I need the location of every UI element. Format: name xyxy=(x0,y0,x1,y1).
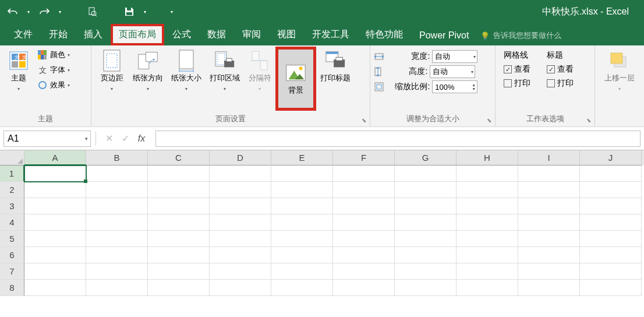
row-header-2[interactable]: 2 xyxy=(0,182,24,198)
row-header-7[interactable]: 7 xyxy=(0,263,24,280)
col-header-E[interactable]: E xyxy=(271,150,333,165)
col-header-J[interactable]: J xyxy=(580,150,642,165)
cell-G1[interactable] xyxy=(395,165,457,182)
row-header-4[interactable]: 4 xyxy=(0,214,24,231)
cell-E8[interactable] xyxy=(271,280,333,296)
tab-insert[interactable]: 插入 xyxy=(76,24,111,45)
cell-I4[interactable] xyxy=(518,214,580,231)
col-header-D[interactable]: D xyxy=(210,150,271,165)
width-select[interactable]: 自动▾ xyxy=(432,50,477,63)
gridlines-view-checkbox[interactable]: ✓查看 xyxy=(504,64,530,75)
cell-H5[interactable] xyxy=(457,231,518,247)
cell-E5[interactable] xyxy=(271,231,333,247)
cell-E6[interactable] xyxy=(271,247,333,263)
cell-G3[interactable] xyxy=(395,198,457,214)
cell-G4[interactable] xyxy=(395,214,457,231)
cell-D4[interactable] xyxy=(210,214,271,231)
cell-C3[interactable] xyxy=(148,198,210,214)
cell-C4[interactable] xyxy=(148,214,210,231)
cell-F6[interactable] xyxy=(333,247,395,263)
tab-file[interactable]: 文件 xyxy=(6,24,41,45)
cell-F1[interactable] xyxy=(333,165,395,182)
cell-B3[interactable] xyxy=(86,198,148,214)
cell-H1[interactable] xyxy=(457,165,518,182)
col-header-B[interactable]: B xyxy=(86,150,148,165)
themes-button[interactable]: 文文 主题▾ xyxy=(3,48,34,96)
margins-button[interactable]: 页边距▾ xyxy=(95,48,129,96)
cell-C5[interactable] xyxy=(148,231,210,247)
name-box[interactable]: A1 ▾ xyxy=(3,131,91,147)
cell-B6[interactable] xyxy=(86,247,148,263)
fonts-button[interactable]: 文 字体▾ xyxy=(35,63,72,77)
cell-D1[interactable] xyxy=(210,165,271,182)
background-button[interactable]: 背景 xyxy=(275,47,316,111)
undo-dropdown[interactable]: ▾ xyxy=(24,9,33,15)
print-titles-button[interactable]: 打印标题 xyxy=(316,48,355,86)
cell-B1[interactable] xyxy=(86,165,148,182)
cell-F3[interactable] xyxy=(333,198,395,214)
orientation-button[interactable]: 纸张方向▾ xyxy=(129,48,167,96)
cell-D3[interactable] xyxy=(210,198,271,214)
cell-F7[interactable] xyxy=(333,263,395,280)
cell-I1[interactable] xyxy=(518,165,580,182)
cell-E3[interactable] xyxy=(271,198,333,214)
formula-input[interactable] xyxy=(155,131,641,147)
cell-E7[interactable] xyxy=(271,263,333,280)
cell-A5[interactable] xyxy=(24,231,86,247)
cell-I7[interactable] xyxy=(518,263,580,280)
cell-J2[interactable] xyxy=(580,182,642,198)
row-header-3[interactable]: 3 xyxy=(0,198,24,214)
effects-button[interactable]: 效果▾ xyxy=(35,78,72,92)
cell-I8[interactable] xyxy=(518,280,580,296)
cell-D6[interactable] xyxy=(210,247,271,263)
cell-C2[interactable] xyxy=(148,182,210,198)
row-header-6[interactable]: 6 xyxy=(0,247,24,263)
cell-A4[interactable] xyxy=(24,214,86,231)
scale-launcher[interactable]: ⬊ xyxy=(486,117,493,124)
cell-A2[interactable] xyxy=(24,182,86,198)
undo-button[interactable] xyxy=(3,3,22,20)
headings-print-checkbox[interactable]: 打印 xyxy=(547,78,574,89)
cell-D5[interactable] xyxy=(210,231,271,247)
save-dropdown[interactable]: ▾ xyxy=(141,9,149,15)
cell-H8[interactable] xyxy=(457,280,518,296)
tab-page-layout[interactable]: 页面布局 xyxy=(111,24,164,45)
cell-G8[interactable] xyxy=(395,280,457,296)
headings-view-checkbox[interactable]: ✓查看 xyxy=(547,64,574,75)
redo-dropdown[interactable]: ▾ xyxy=(56,9,64,15)
col-header-A[interactable]: A xyxy=(24,150,86,165)
gridlines-print-checkbox[interactable]: 打印 xyxy=(504,78,530,89)
cell-G6[interactable] xyxy=(395,247,457,263)
cell-A3[interactable] xyxy=(24,198,86,214)
cell-D2[interactable] xyxy=(210,182,271,198)
row-header-8[interactable]: 8 xyxy=(0,280,24,296)
cell-D8[interactable] xyxy=(210,280,271,296)
col-header-I[interactable]: I xyxy=(518,150,580,165)
row-header-5[interactable]: 5 xyxy=(0,231,24,247)
cell-H7[interactable] xyxy=(457,263,518,280)
cell-I3[interactable] xyxy=(518,198,580,214)
qat-customize[interactable]: ▾ xyxy=(168,9,176,15)
cell-H6[interactable] xyxy=(457,247,518,263)
cell-C7[interactable] xyxy=(148,263,210,280)
tab-formulas[interactable]: 公式 xyxy=(164,24,199,45)
cell-A7[interactable] xyxy=(24,263,86,280)
cell-C6[interactable] xyxy=(148,247,210,263)
cell-F8[interactable] xyxy=(333,280,395,296)
cell-J5[interactable] xyxy=(580,231,642,247)
size-button[interactable]: 纸张大小▾ xyxy=(167,48,206,96)
tab-view[interactable]: 视图 xyxy=(269,24,304,45)
sheet-launcher[interactable]: ⬊ xyxy=(585,117,592,124)
insert-function-button[interactable]: fx xyxy=(133,133,150,144)
cell-I5[interactable] xyxy=(518,231,580,247)
height-select[interactable]: 自动▾ xyxy=(430,65,475,78)
tab-special[interactable]: 特色功能 xyxy=(358,24,411,45)
cell-B7[interactable] xyxy=(86,263,148,280)
tab-developer[interactable]: 开发工具 xyxy=(304,24,358,45)
bring-forward-button[interactable]: 上移一层▾ xyxy=(599,48,641,96)
cell-J3[interactable] xyxy=(580,198,642,214)
breaks-button[interactable]: 分隔符▾ xyxy=(244,48,275,96)
cell-A8[interactable] xyxy=(24,280,86,296)
cell-J7[interactable] xyxy=(580,263,642,280)
select-all-corner[interactable] xyxy=(0,150,24,165)
